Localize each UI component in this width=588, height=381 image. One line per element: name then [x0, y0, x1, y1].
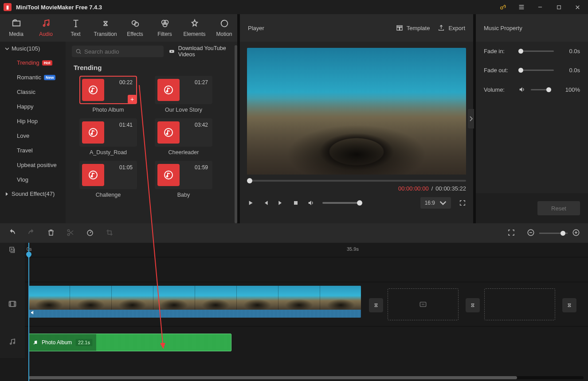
sidebar-item-trending[interactable]: TrendingHot — [0, 55, 66, 70]
current-time: 00:00:00:00 — [398, 185, 429, 192]
sidebar-item-happy[interactable]: Happy — [0, 99, 66, 114]
timeline-scrollbar[interactable] — [28, 376, 584, 379]
zoom-slider[interactable] — [539, 233, 568, 234]
video-track[interactable] — [25, 282, 588, 326]
menu-icon[interactable] — [514, 1, 529, 13]
audio-card-label: Cheerleader — [169, 149, 199, 156]
sidebar-item-romantic[interactable]: RomanticNew — [0, 70, 66, 85]
audio-duration: 01:41 — [119, 122, 133, 128]
audio-card[interactable]: 01:59Baby — [149, 161, 218, 198]
audio-card[interactable]: 01:05Challenge — [74, 161, 143, 198]
split-button[interactable] — [67, 229, 74, 238]
player-volume-slider[interactable] — [322, 202, 362, 204]
volume-value: 100% — [565, 86, 580, 93]
add-track-button[interactable] — [0, 243, 25, 257]
chevron-down-icon — [439, 199, 447, 206]
audio-track[interactable]: Photo Album 22.1s — [25, 326, 588, 358]
speed-button[interactable] — [86, 229, 94, 238]
tab-media[interactable]: Media — [2, 14, 31, 42]
sidebar-item-classic[interactable]: Classic — [0, 85, 66, 99]
sidebar-item-love[interactable]: Love — [0, 128, 66, 143]
prev-frame-button[interactable] — [262, 199, 269, 206]
sidebar-soundeffect-header[interactable]: Sound Effect(47) — [0, 187, 66, 201]
audio-clip-name: Photo Album — [42, 339, 72, 346]
aspect-ratio-select[interactable]: 16:9 — [420, 197, 451, 209]
fullscreen-button[interactable] — [459, 199, 466, 206]
export-button[interactable]: Export — [438, 24, 465, 31]
total-time: 00:00:35:22 — [435, 185, 466, 192]
audio-clip-length: 22.1s — [75, 339, 93, 346]
tab-audio[interactable]: Audio — [31, 14, 60, 42]
audio-card[interactable]: 01:27Our Love Story — [149, 76, 218, 113]
reset-button[interactable]: Reset — [537, 201, 580, 215]
svg-point-39 — [34, 343, 35, 344]
minimize-button[interactable] — [533, 1, 547, 13]
tab-effects[interactable]: Effects — [121, 14, 149, 42]
maximize-button[interactable] — [552, 1, 566, 13]
sidebar-item-travel[interactable]: Travel — [0, 143, 66, 158]
svg-rect-26 — [397, 27, 399, 31]
sidebar-item-vlog[interactable]: Vlog — [0, 172, 66, 187]
svg-point-18 — [91, 133, 93, 135]
svg-point-21 — [89, 171, 97, 179]
audio-card[interactable]: 00:22+Photo Album — [74, 76, 143, 113]
grid-scrollbar[interactable] — [235, 45, 237, 223]
delete-button[interactable] — [47, 229, 55, 238]
fade-in-slider[interactable] — [518, 51, 554, 52]
timeline-ruler[interactable]: 0s 35.9s — [25, 243, 588, 257]
tab-elements[interactable]: Elements — [180, 14, 209, 42]
timeline-track-overlay[interactable] — [25, 257, 588, 282]
audio-card-label: Baby — [177, 192, 190, 198]
fade-out-slider[interactable] — [518, 70, 554, 71]
svg-rect-2 — [557, 5, 561, 9]
volume-row: Volume: 100% — [476, 80, 588, 99]
seek-bar[interactable] — [247, 180, 466, 182]
crop-button[interactable] — [106, 229, 114, 238]
audio-card[interactable]: 03:42Cheerleader — [149, 118, 218, 156]
transition-slot-1[interactable] — [369, 298, 383, 312]
undo-button[interactable] — [8, 229, 16, 238]
transition-slot-3[interactable] — [562, 298, 576, 312]
template-button[interactable]: Template — [396, 24, 430, 31]
tab-transition[interactable]: Transition — [91, 14, 120, 42]
tab-text[interactable]: Text — [61, 14, 90, 42]
music-thumb-icon — [157, 79, 180, 101]
panel-collapse-handle[interactable] — [468, 109, 474, 128]
volume-slider[interactable] — [531, 89, 551, 90]
search-input[interactable] — [72, 46, 164, 57]
fit-button[interactable] — [507, 229, 515, 238]
close-button[interactable] — [570, 1, 584, 13]
fade-out-label: Fade out: — [484, 67, 513, 74]
stop-button[interactable] — [292, 199, 299, 206]
redo-button[interactable] — [27, 229, 35, 238]
add-to-timeline-button[interactable]: + — [128, 95, 137, 104]
drop-slot-2[interactable] — [484, 288, 555, 320]
next-frame-button[interactable] — [277, 199, 284, 206]
video-clip[interactable] — [28, 286, 361, 318]
slider-knob[interactable] — [357, 200, 362, 206]
drop-slot-1[interactable] — [388, 288, 459, 320]
audio-card[interactable]: 01:41A_Dusty_Road — [74, 118, 143, 156]
zoom-in-button[interactable] — [572, 229, 580, 238]
transition-slot-2[interactable] — [466, 298, 480, 312]
volume-mute-icon[interactable] — [518, 86, 525, 93]
sidebar-item-upbeat[interactable]: Upbeat positive — [0, 158, 66, 172]
svg-point-3 — [43, 25, 45, 27]
svg-point-23 — [165, 171, 172, 179]
fade-in-label: Fade in: — [484, 48, 513, 54]
tab-filters[interactable]: Filters — [150, 14, 179, 42]
playhead[interactable] — [28, 243, 29, 381]
sidebar-music-header[interactable]: Music(105) — [0, 42, 66, 55]
scrollbar-thumb[interactable] — [28, 376, 517, 379]
template-icon — [396, 24, 403, 31]
download-youtube-link[interactable]: Download YouTube Videos — [169, 45, 231, 58]
svg-point-9 — [163, 23, 167, 27]
sidebar-item-hiphop[interactable]: Hip Hop — [0, 114, 66, 128]
seek-head[interactable] — [247, 178, 252, 183]
volume-icon[interactable] — [307, 199, 314, 206]
key-icon[interactable] — [496, 1, 510, 13]
play-button[interactable] — [247, 199, 254, 206]
audio-clip[interactable]: Photo Album 22.1s — [28, 334, 231, 351]
tab-motion[interactable]: Motion — [210, 14, 239, 42]
zoom-out-button[interactable] — [527, 229, 535, 238]
